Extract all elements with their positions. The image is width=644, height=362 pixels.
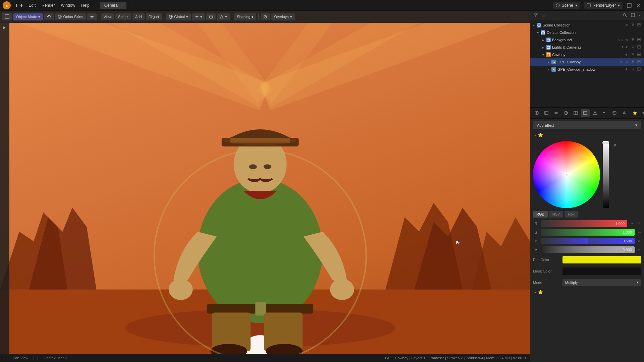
gpe-edit-btn[interactable]: ✏ — [625, 60, 629, 64]
scene-eye-btn[interactable]: 👁 — [625, 23, 629, 27]
effect-star-2[interactable]: ⭐ — [538, 290, 543, 295]
onion-skins-button[interactable]: Onion Skins — [55, 13, 86, 20]
viewport[interactable]: Object Mode ▾ Onion Skins View Select Ad… — [0, 11, 530, 362]
outliner-more-btn[interactable] — [630, 12, 636, 18]
outliner-default-collection[interactable]: ▾ Default Collection — [530, 29, 644, 36]
proportional-btn[interactable] — [206, 13, 216, 20]
overlays-button[interactable]: Overlays ▾ — [271, 13, 294, 20]
object-mode-button[interactable]: Object Mode ▾ — [13, 13, 43, 20]
background-grid-btn[interactable] — [637, 38, 641, 42]
lights-eye-btn[interactable]: 👁 — [625, 45, 629, 50]
tab-add-button[interactable]: + — [128, 2, 134, 9]
outliner-filter-btn[interactable] — [532, 12, 539, 18]
shadow-filter-btn[interactable] — [631, 67, 635, 72]
prop-tab-world[interactable] — [571, 109, 580, 117]
tab-close-button[interactable]: × — [120, 3, 122, 7]
prop-tab-fx[interactable] — [620, 109, 629, 117]
b-edit-btn[interactable]: ✏ — [637, 239, 641, 244]
b-slider[interactable]: 0.500 — [541, 238, 635, 244]
r-slider[interactable]: 1.000 — [541, 220, 627, 227]
effect-star-1[interactable]: ⭐ — [538, 133, 543, 137]
gpe-grid-btn[interactable] — [637, 60, 641, 64]
effect-collapse-1[interactable]: ▾ — [534, 133, 536, 137]
scene-filter-btn[interactable] — [631, 23, 635, 27]
outliner-cowboy[interactable]: ▾ Cowboy 👁 — [530, 51, 644, 58]
mask-color-swatch[interactable] — [562, 267, 641, 275]
outliner-search-btn[interactable] — [622, 12, 628, 18]
g-slider[interactable]: 1.000 — [541, 229, 635, 236]
a-edit-btn[interactable]: ✏ — [637, 247, 641, 252]
render-preview-btn[interactable] — [261, 13, 270, 20]
rim-color-swatch[interactable] — [562, 256, 641, 263]
viewport-canvas[interactable]: ◁ ▷ — [0, 23, 530, 354]
outliner-gpe-cowboy-shadow[interactable]: ▸ GPE_Cowboy_shadow 👁 — [530, 66, 644, 73]
prop-tab-data[interactable] — [600, 109, 609, 117]
transform-space-button[interactable]: Global ▾ — [166, 13, 191, 20]
outliner-mode-btn[interactable] — [540, 12, 547, 18]
color-mode-hsv[interactable]: HSV — [549, 211, 564, 218]
outliner-gpe-cowboy[interactable]: ▸ GPE_Cowboy 👁 ✏ — [530, 58, 644, 66]
value-slider[interactable] — [603, 141, 609, 208]
a-slider[interactable]: 0.900 — [541, 246, 635, 253]
gpe-eye-btn[interactable]: 👁 — [619, 60, 624, 64]
object-menu-button[interactable]: Object — [146, 13, 162, 20]
prop-tab-object[interactable] — [581, 109, 590, 117]
color-wheel-dot[interactable] — [565, 173, 568, 176]
color-wheel[interactable] — [533, 141, 600, 208]
shading-button[interactable]: Shading ▾ — [234, 13, 256, 20]
add-effect-button[interactable]: Add Effect ▾ — [533, 121, 641, 129]
select-menu-button[interactable]: Select — [115, 13, 131, 20]
color-mode-rgb[interactable]: RGB — [533, 211, 548, 218]
g-edit-btn[interactable]: ✏ — [637, 230, 641, 235]
prop-tab-output[interactable] — [542, 109, 551, 117]
prop-bookmark-btn[interactable]: ⭐ — [631, 110, 639, 117]
prop-more-btn[interactable]: ▾ — [640, 110, 644, 117]
background-eye-btn[interactable]: 👁 — [625, 38, 629, 42]
onion-settings-button[interactable] — [87, 13, 97, 20]
blender-logo[interactable]: B — [3, 1, 11, 9]
lights-grid-btn[interactable] — [637, 45, 641, 50]
mode-dropdown[interactable]: Multiply ▾ — [562, 279, 641, 286]
value-slider-handle[interactable] — [602, 142, 609, 144]
menu-help[interactable]: Help — [78, 2, 92, 9]
prop-tab-view[interactable] — [552, 109, 560, 117]
renderlayer-selector[interactable]: RenderLayer ▾ — [584, 2, 623, 9]
close-window-icon[interactable] — [636, 3, 641, 8]
outliner-scene-collection[interactable]: ▾ Scene Collection 👁 — [530, 21, 644, 29]
prop-tab-modifier[interactable] — [591, 109, 599, 117]
prop-tab-material[interactable] — [610, 109, 619, 117]
shadow-grid-btn[interactable] — [637, 67, 641, 72]
menu-file[interactable]: File — [13, 2, 25, 9]
gpe-filter-btn[interactable] — [631, 60, 635, 64]
add-menu-button[interactable]: Add — [132, 13, 145, 20]
r-edit-btn[interactable]: ✏ — [630, 221, 634, 226]
background-filter-btn[interactable] — [631, 38, 635, 42]
cowboy-eye-btn[interactable]: 👁 — [625, 53, 629, 57]
viewport-mode-icon-btn[interactable] — [2, 13, 12, 20]
outliner-background[interactable]: ▸ Background 9 5 👁 — [530, 36, 644, 44]
lights-filter-btn[interactable] — [631, 45, 635, 50]
scene-selector[interactable]: Scene ▾ — [553, 2, 580, 9]
close-color-button[interactable]: ✕ — [611, 141, 618, 149]
tab-general[interactable]: General × — [100, 2, 127, 9]
maximize-icon[interactable] — [627, 3, 632, 8]
scene-grid-btn[interactable] — [637, 23, 641, 27]
menu-window[interactable]: Window — [58, 2, 78, 9]
cowboy-filter-btn[interactable] — [631, 52, 635, 57]
pivot-button[interactable]: ▾ — [192, 13, 205, 20]
effect-collapse-2[interactable]: ▾ — [534, 291, 536, 294]
history-button[interactable] — [44, 13, 54, 20]
outliner-lights-cameras[interactable]: ▸ Lights & Cameras 2 👁 — [530, 44, 644, 51]
outliner-sort-btn[interactable]: ▾ — [638, 13, 642, 18]
prop-tab-scene[interactable] — [561, 109, 570, 117]
prop-tab-render[interactable] — [532, 109, 541, 117]
view-menu-button[interactable]: View — [101, 13, 114, 20]
menu-render[interactable]: Render — [39, 2, 57, 9]
menu-edit[interactable]: Edit — [26, 2, 38, 9]
r-close-btn[interactable]: ✕ — [637, 221, 641, 227]
color-mode-hex[interactable]: Hex — [565, 211, 578, 218]
snap-button[interactable]: ▾ — [217, 13, 230, 20]
cowboy-grid-btn[interactable] — [637, 52, 641, 57]
cursor-tool-btn[interactable] — [1, 24, 8, 32]
shadow-eye-btn[interactable]: 👁 — [625, 67, 629, 72]
